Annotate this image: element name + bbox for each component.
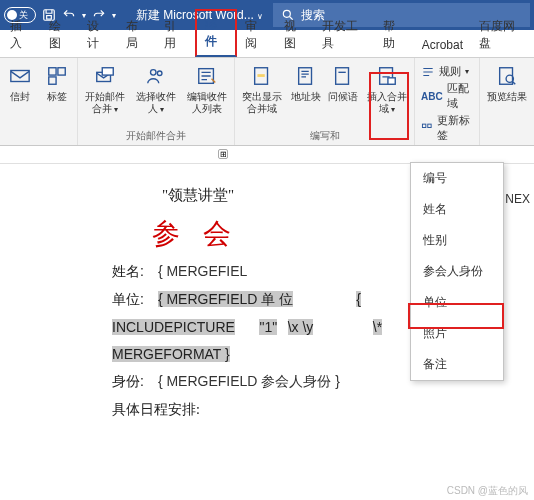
ribbon-tabs: 插入 绘图 设计 布局 引用 邮件 审阅 视图 开发工具 帮助 Acrobat …	[0, 30, 534, 58]
svg-rect-4	[49, 68, 56, 75]
preview-results-button[interactable]: 预览结果	[482, 60, 532, 106]
merge-field-dropdown: 编号 姓名 性别 参会人身份 单位 照片 备注	[410, 162, 504, 381]
field-name[interactable]: 姓名	[411, 194, 503, 225]
tab-view[interactable]: 视图	[276, 13, 315, 57]
recipients-icon	[143, 63, 169, 89]
svg-rect-5	[58, 68, 65, 75]
start-mail-merge-button[interactable]: 开始邮件合并 ▾	[80, 60, 130, 119]
tab-help[interactable]: 帮助	[375, 13, 414, 57]
svg-rect-15	[336, 68, 349, 85]
svg-rect-19	[428, 124, 431, 127]
tab-layout[interactable]: 布局	[118, 13, 157, 57]
svg-point-10	[157, 71, 162, 76]
doc-line-schedule: 具体日程安排:	[112, 401, 534, 419]
field-gender[interactable]: 性别	[411, 225, 503, 256]
select-recipients-button[interactable]: 选择收件人 ▾	[131, 60, 181, 119]
insert-merge-field-button[interactable]: 插入合并域 ▾	[362, 60, 412, 119]
field-remark[interactable]: 备注	[411, 349, 503, 380]
svg-rect-18	[422, 124, 425, 127]
tab-draw[interactable]: 绘图	[41, 13, 80, 57]
svg-rect-6	[49, 77, 56, 84]
envelopes-button[interactable]: 信封	[2, 60, 38, 106]
tab-design[interactable]: 设计	[79, 13, 118, 57]
tab-acrobat[interactable]: Acrobat	[414, 33, 471, 57]
ribbon-body: 信封 标签 开始邮件合并 ▾ 选择收件人 ▾ 编辑收件人列表 开始邮件合并	[0, 58, 534, 146]
merge-field-icon	[374, 63, 400, 89]
match-fields-button[interactable]: ABC匹配域	[421, 81, 473, 111]
highlight-merge-button[interactable]: 突出显示合并域	[237, 60, 287, 119]
tab-baidu[interactable]: 百度网盘	[471, 13, 532, 57]
labels-button[interactable]: 标签	[39, 60, 75, 106]
address-icon	[293, 63, 319, 89]
rules-button[interactable]: 规则 ▾	[421, 64, 473, 79]
address-block-button[interactable]: 地址块	[288, 60, 324, 119]
tab-mailings[interactable]: 邮件	[195, 9, 238, 57]
highlight-icon	[249, 63, 275, 89]
envelope-icon	[7, 63, 33, 89]
field-number[interactable]: 编号	[411, 163, 503, 194]
svg-point-9	[151, 70, 157, 76]
svg-rect-8	[102, 68, 113, 75]
group-rules: 规则 ▾ ABC匹配域 更新标签	[415, 58, 480, 145]
mail-merge-icon	[92, 63, 118, 89]
svg-rect-14	[299, 68, 312, 85]
ruler-paragraph-marker[interactable]: ⊞	[218, 149, 228, 159]
tab-review[interactable]: 审阅	[237, 13, 276, 57]
svg-rect-13	[257, 74, 264, 77]
watermark: CSDN @蓝色的风	[447, 484, 528, 498]
edit-list-icon	[194, 63, 220, 89]
greeting-line-button[interactable]: 问候语	[325, 60, 361, 119]
edit-recipients-button[interactable]: 编辑收件人列表	[182, 60, 232, 119]
group-create: 信封 标签	[0, 58, 78, 145]
field-photo[interactable]: 照片	[411, 318, 503, 349]
svg-rect-17	[388, 78, 395, 84]
greeting-icon	[330, 63, 356, 89]
update-labels-button[interactable]: 更新标签	[421, 113, 473, 143]
field-unit[interactable]: 单位	[411, 287, 503, 318]
tab-developer[interactable]: 开发工具	[314, 13, 375, 57]
field-identity[interactable]: 参会人身份	[411, 256, 503, 287]
group-write-insert: 突出显示合并域 地址块 问候语 插入合并域 ▾ 编写和	[235, 58, 415, 145]
group-start-merge: 开始邮件合并 ▾ 选择收件人 ▾ 编辑收件人列表 开始邮件合并	[78, 58, 235, 145]
autosave-toggle[interactable]: 关	[4, 7, 36, 23]
preview-icon	[494, 63, 520, 89]
svg-rect-3	[11, 71, 29, 82]
group-preview: 预览结果	[480, 58, 534, 145]
tab-references[interactable]: 引用	[156, 13, 195, 57]
labels-icon	[44, 63, 70, 89]
